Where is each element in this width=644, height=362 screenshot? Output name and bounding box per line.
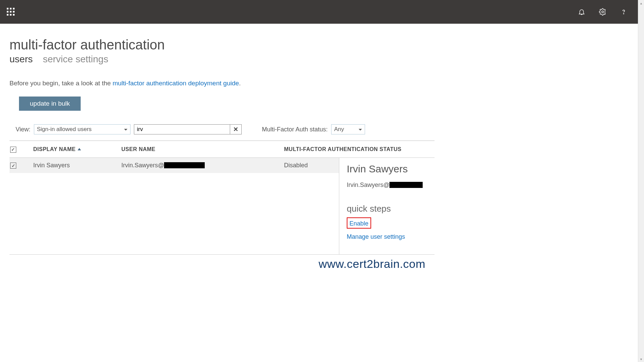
settings-icon[interactable] bbox=[599, 8, 607, 16]
scroll-up-icon[interactable]: ▴ bbox=[638, 0, 644, 6]
watermark-text: www.cert2brain.com bbox=[319, 257, 425, 271]
mfa-status-label: Multi-Factor Auth status: bbox=[262, 126, 328, 133]
row-mfa-status: Disabled bbox=[284, 162, 339, 169]
details-user-name: Irvin Sawyers bbox=[347, 163, 432, 175]
highlight-annotation: Enable bbox=[347, 217, 371, 229]
redacted-text bbox=[164, 162, 205, 168]
row-username: Irvin.Sawyers@ bbox=[121, 162, 284, 169]
tab-users[interactable]: users bbox=[9, 54, 33, 65]
clear-search-icon[interactable]: ✕ bbox=[230, 124, 242, 134]
tab-service-settings[interactable]: service settings bbox=[43, 54, 108, 65]
svg-point-1 bbox=[623, 14, 624, 14]
row-checkbox[interactable] bbox=[10, 163, 16, 169]
topbar bbox=[0, 0, 638, 24]
app-launcher-icon[interactable] bbox=[7, 8, 15, 16]
view-label: View: bbox=[16, 126, 31, 133]
select-all-checkbox[interactable] bbox=[10, 147, 16, 153]
vertical-scrollbar[interactable]: ▴ ▾ bbox=[638, 0, 644, 362]
col-mfa-status[interactable]: MULTI-FACTOR AUTHENTICATION STATUS bbox=[284, 146, 435, 153]
table-row[interactable]: Irvin Sawyers Irvin.Sawyers@ Disabled bbox=[9, 158, 339, 173]
notifications-icon[interactable] bbox=[578, 8, 586, 16]
intro-text: Before you begin, take a look at the mul… bbox=[9, 80, 435, 87]
enable-link[interactable]: Enable bbox=[349, 220, 368, 227]
redacted-text bbox=[389, 182, 423, 188]
search-input[interactable] bbox=[134, 124, 230, 134]
sort-asc-icon bbox=[78, 148, 81, 150]
svg-point-0 bbox=[602, 11, 604, 13]
manage-user-settings-link[interactable]: Manage user settings bbox=[347, 233, 432, 240]
details-panel: Irvin Sawyers Irvin.Sawyers@ quick steps… bbox=[339, 158, 435, 255]
help-icon[interactable] bbox=[620, 8, 628, 16]
details-user-email: Irvin.Sawyers@ bbox=[347, 182, 432, 189]
scroll-down-icon[interactable]: ▾ bbox=[638, 356, 644, 362]
page-title: multi-factor authentication bbox=[9, 37, 435, 52]
view-dropdown[interactable]: Sign-in allowed users bbox=[34, 124, 130, 134]
mfa-status-dropdown[interactable]: Any bbox=[331, 124, 365, 134]
col-display-name[interactable]: DISPLAY NAME bbox=[33, 146, 121, 153]
table-header-row: DISPLAY NAME USER NAME MULTI-FACTOR AUTH… bbox=[9, 141, 435, 158]
quick-steps-heading: quick steps bbox=[347, 204, 432, 214]
row-display-name: Irvin Sawyers bbox=[33, 162, 121, 169]
update-in-bulk-button[interactable]: update in bulk bbox=[19, 97, 81, 111]
col-username[interactable]: USER NAME bbox=[121, 146, 284, 153]
deployment-guide-link[interactable]: multi-factor authentication deployment g… bbox=[113, 80, 239, 87]
